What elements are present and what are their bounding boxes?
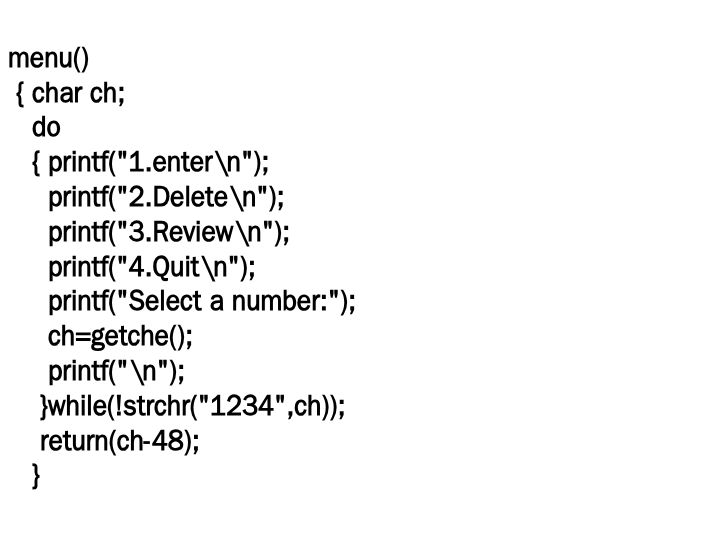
code-line: do <box>0 108 61 145</box>
code-line: return(ch-48); <box>0 422 200 459</box>
code-line: printf("4.Quit\n"); <box>0 248 256 285</box>
code-line: menu() <box>0 39 89 76</box>
code-line: printf("\n"); <box>0 352 185 389</box>
code-line: printf("3.Review\n"); <box>0 213 290 250</box>
code-line: { char ch; <box>0 74 125 111</box>
code-line: printf("Select a number:"); <box>0 282 356 319</box>
code-line: ch=getche(); <box>0 317 193 354</box>
code-line: }while(!strchr("1234",ch)); <box>0 387 345 424</box>
code-line: printf("2.Delete\n"); <box>0 178 285 215</box>
code-block: menu() { char ch; do { printf("1.enter\n… <box>0 0 662 493</box>
code-line: } <box>0 456 40 493</box>
code-line: { printf("1.enter\n"); <box>0 143 269 180</box>
